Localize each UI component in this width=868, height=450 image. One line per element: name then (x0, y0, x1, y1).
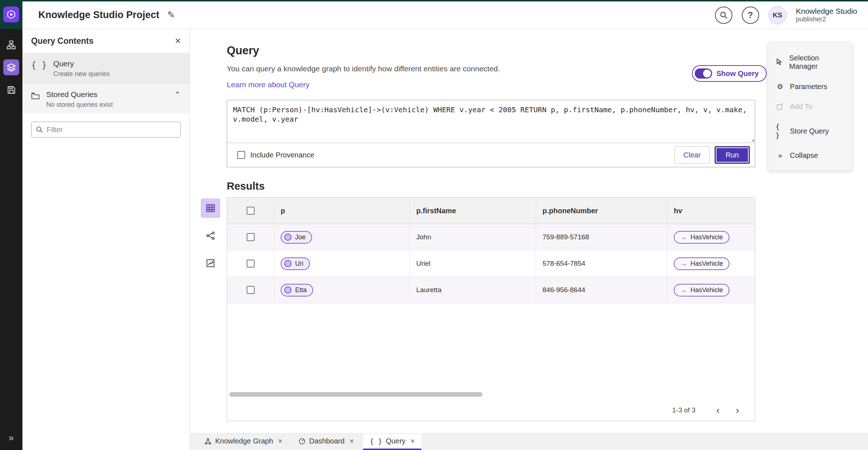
filter-input[interactable] (47, 126, 176, 134)
filter-search-icon (36, 126, 43, 133)
app-header: Knowledge Studio Project ✎ ? KS Knowledg… (22, 1, 868, 29)
results-title: Results (227, 180, 265, 192)
logo-container (0, 0, 22, 29)
selection-manager-item[interactable]: Selection Manager (768, 48, 852, 76)
search-button[interactable] (715, 7, 732, 24)
add-to-item: Add To (768, 97, 852, 117)
close-panel-icon[interactable]: × (175, 35, 181, 47)
relationship-pill[interactable]: →HasVehicle (674, 231, 729, 244)
new-query-label: Query (53, 59, 110, 68)
table-pagination: 1-3 of 3 ‹ › (227, 400, 755, 421)
results-table: p p.firstName p.phoneNumber hv Joe John … (227, 197, 755, 421)
row-checkbox[interactable] (247, 233, 255, 241)
user-avatar[interactable]: KS (769, 6, 787, 24)
arrow-icon: → (680, 260, 687, 268)
top-accent-line (0, 0, 868, 1)
braces-icon: { } (775, 122, 785, 140)
chart-view-icon[interactable] (201, 253, 220, 273)
table-row[interactable]: Joe John 759-889-57168 →HasVehicle (227, 224, 755, 251)
user-role: publisher2 (796, 16, 857, 23)
cell-phone: 759-889-57168 (536, 224, 667, 250)
column-header-firstname[interactable]: p.firstName (410, 198, 536, 224)
help-button[interactable]: ? (742, 7, 759, 24)
expand-rail-icon[interactable]: » (9, 432, 14, 443)
knowledge-graph-icon (204, 438, 212, 445)
filter-box (31, 122, 181, 138)
layers-icon[interactable] (3, 59, 19, 75)
selection-manager-icon (775, 58, 784, 66)
arrow-icon: → (680, 234, 687, 241)
store-query-item[interactable]: { } Store Query (768, 117, 852, 146)
entity-node-icon (284, 260, 292, 267)
edit-title-icon[interactable]: ✎ (167, 9, 175, 21)
parameters-item[interactable]: ⚙ Parameters (768, 76, 852, 97)
collapse-item[interactable]: » Collapse (768, 146, 852, 165)
query-editor-footer: Include Provenance Clear Run (227, 143, 755, 167)
close-tab-icon[interactable]: × (278, 437, 282, 445)
data-model-icon[interactable] (3, 37, 19, 53)
query-code-textarea[interactable]: MATCH (p:Person)-[hv:HasVehicle]->(v:Veh… (227, 100, 755, 143)
tab-query[interactable]: { } Query × (363, 434, 421, 450)
entity-node-icon (284, 234, 292, 241)
collapse-section-icon[interactable]: ⌃ (174, 90, 181, 100)
clear-button[interactable]: Clear (675, 146, 710, 164)
arrow-icon: → (680, 286, 687, 294)
row-checkbox[interactable] (247, 260, 255, 268)
table-row[interactable]: Uri Uriel 578-654-7854 →HasVehicle (227, 251, 755, 277)
run-button[interactable]: Run (715, 146, 750, 164)
stored-queries-label: Stored Queries (46, 90, 113, 99)
user-name: Knowledge Studio (796, 7, 857, 16)
save-icon[interactable] (3, 82, 19, 98)
app-logo-icon[interactable] (3, 7, 19, 22)
relationship-pill[interactable]: →HasVehicle (674, 257, 729, 270)
learn-more-link[interactable]: Learn more about Query (227, 80, 310, 89)
column-header-phonenumber[interactable]: p.phoneNumber (536, 198, 667, 224)
left-rail: » (0, 0, 22, 450)
entity-pill[interactable]: Joe (281, 231, 312, 244)
tab-knowledge-graph[interactable]: Knowledge Graph × (198, 434, 289, 450)
app-window: » Knowledge Studio Project ✎ ? KS Knowle… (0, 0, 868, 450)
user-info[interactable]: Knowledge Studio publisher2 (796, 7, 857, 23)
query-editor: MATCH (p:Person)-[hv:HasVehicle]->(v:Veh… (227, 100, 755, 167)
include-provenance-checkbox[interactable] (237, 151, 245, 159)
results-view-toolbar (201, 198, 220, 273)
tab-dashboard[interactable]: Dashboard × (292, 434, 361, 450)
select-all-checkbox[interactable] (247, 207, 255, 215)
braces-icon: { } (370, 437, 382, 445)
dashboard-icon (298, 438, 306, 445)
column-header-hv[interactable]: hv (667, 198, 755, 224)
previous-page-icon[interactable]: ‹ (710, 402, 726, 418)
show-query-toggle[interactable]: Show Query (692, 65, 767, 82)
new-query-item[interactable]: { } Query Create new queries (22, 53, 190, 85)
next-page-icon[interactable]: › (729, 402, 745, 418)
entity-pill[interactable]: Etta (281, 284, 313, 297)
new-query-sublabel: Create new queries (53, 70, 110, 78)
column-header-p[interactable]: p (274, 198, 410, 224)
table-view-icon[interactable] (201, 198, 220, 218)
cell-phone: 846-956-8644 (536, 277, 667, 303)
bottom-tab-bar: Knowledge Graph × Dashboard × { } Query … (190, 433, 868, 450)
table-header-row: p p.firstName p.phoneNumber hv (227, 198, 755, 224)
graph-view-icon[interactable] (201, 226, 220, 245)
cell-firstname: Lauretta (410, 277, 536, 303)
stored-queries-folder-icon (31, 92, 40, 100)
close-tab-icon[interactable]: × (350, 437, 354, 445)
query-description: You can query a knowledge graph to ident… (227, 64, 500, 73)
query-actions-panel: Selection Manager ⚙ Parameters Add To { … (768, 43, 852, 171)
stored-queries-sublabel: No stored queries exist (46, 101, 113, 109)
query-page-title: Query (227, 44, 259, 57)
query-contents-panel: Query Contents × { } Query Create new qu… (22, 29, 190, 450)
collapse-icon: » (775, 151, 785, 160)
row-checkbox[interactable] (247, 286, 255, 294)
relationship-pill[interactable]: →HasVehicle (674, 284, 729, 297)
horizontal-scrollbar[interactable] (229, 392, 482, 397)
table-row[interactable]: Etta Lauretta 846-956-8644 →HasVehicle (227, 277, 755, 303)
cell-firstname: John (410, 224, 536, 250)
panel-title: Query Contents (31, 36, 94, 46)
braces-icon: { } (31, 60, 47, 70)
stored-queries-header[interactable]: Stored Queries No stored queries exist ⌃ (22, 85, 190, 114)
main-content: Query You can query a knowledge graph to… (190, 29, 868, 433)
close-tab-icon[interactable]: × (410, 437, 415, 445)
entity-pill[interactable]: Uri (281, 257, 310, 270)
toggle-switch[interactable] (695, 68, 712, 79)
